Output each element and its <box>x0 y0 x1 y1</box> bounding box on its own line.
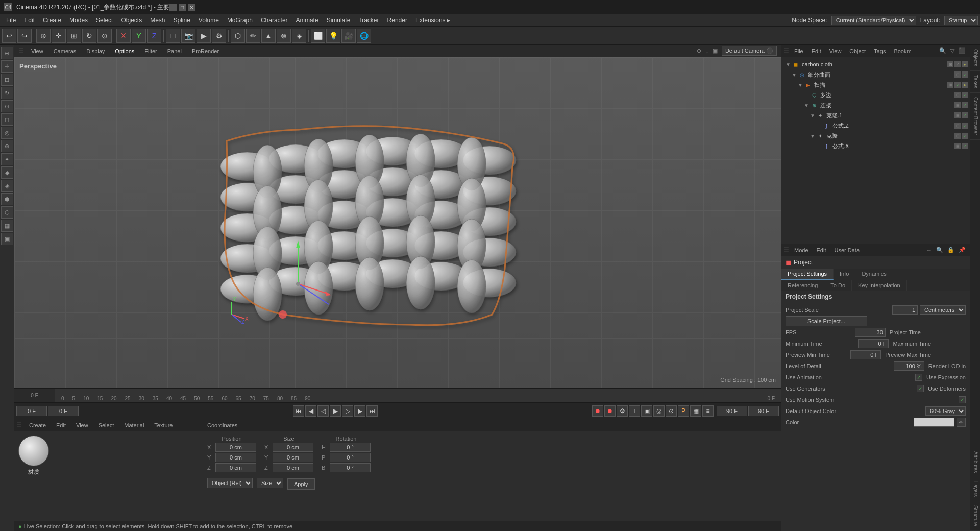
render-button[interactable]: ▶ <box>197 29 211 43</box>
preview-end-input[interactable] <box>748 406 779 416</box>
select-button[interactable]: ⊕ <box>36 29 51 43</box>
axis-x-button[interactable]: X <box>116 29 131 43</box>
size-mode-select[interactable]: Size <box>257 478 283 488</box>
obj-flag2[interactable]: ✓ <box>962 123 968 129</box>
start-frame-input[interactable] <box>48 406 79 416</box>
scale-project-button[interactable]: Scale Project... <box>786 316 867 326</box>
menu-simulate[interactable]: Simulate <box>323 16 355 25</box>
p-rot-input[interactable] <box>330 453 371 462</box>
scene-button[interactable]: 🌐 <box>357 29 371 43</box>
material-create-menu[interactable]: Create <box>26 421 49 429</box>
obj-flag2[interactable]: ✓ <box>954 61 961 67</box>
obj-flag2[interactable]: ✓ <box>962 102 968 108</box>
menu-render[interactable]: Render <box>383 16 411 25</box>
menu-animate[interactable]: Animate <box>292 16 323 25</box>
h-rot-input[interactable] <box>330 443 371 452</box>
tab-dynamics[interactable]: Dynamics <box>855 269 893 280</box>
min-time-input[interactable] <box>858 339 889 348</box>
menu-mesh[interactable]: Mesh <box>146 16 169 25</box>
next-button[interactable]: ▷ <box>342 405 353 417</box>
tool-scale[interactable]: ⊞ <box>1 74 13 86</box>
obj-row-clone1[interactable]: ▼ ✦ 克隆.1 ⊞ ✓ <box>781 110 970 120</box>
motion-clip-button[interactable]: ▣ <box>641 405 652 417</box>
scale-button[interactable]: ⊞ <box>67 29 81 43</box>
tab-referencing[interactable]: Referencing <box>781 280 824 291</box>
viewport-filter-menu[interactable]: Filter <box>141 47 160 55</box>
next-frame-button[interactable]: ▶ <box>354 405 365 417</box>
attr-menu-icon[interactable]: ☰ <box>783 247 789 254</box>
vtab-content-browser[interactable]: Content Browser <box>970 93 980 139</box>
end-frame-input[interactable] <box>717 406 747 416</box>
y-pos-input[interactable] <box>215 453 256 462</box>
z-size-input[interactable] <box>273 463 313 472</box>
tool-move[interactable]: ✛ <box>1 60 13 73</box>
camera-button[interactable]: 📷 <box>181 29 195 43</box>
menu-volume[interactable]: Volume <box>194 16 223 25</box>
viewport-icon2[interactable]: ↓ <box>705 48 708 54</box>
material-menu-icon[interactable]: ☰ <box>16 422 22 429</box>
tool-8[interactable]: ⊗ <box>1 140 13 152</box>
prev-frame-button[interactable]: ◀ <box>305 405 316 417</box>
menu-extensions[interactable]: Extensions ▸ <box>411 16 454 25</box>
tab-info[interactable]: Info <box>834 269 855 280</box>
go-start-button[interactable]: ⏮ <box>293 405 304 417</box>
obj-flag1[interactable]: ⊞ <box>954 102 961 108</box>
z-pos-input[interactable] <box>215 463 256 472</box>
snap-button[interactable]: ⬡ <box>231 29 245 43</box>
floor-button[interactable]: ⬜ <box>311 29 325 43</box>
viewport-view-menu[interactable]: View <box>28 47 46 55</box>
vtab-objects[interactable]: Objects <box>970 45 980 71</box>
attr-back-icon[interactable]: ← <box>926 247 932 253</box>
x-size-input[interactable] <box>273 443 313 452</box>
camera2-button[interactable]: 🎥 <box>341 29 356 43</box>
timeline-ticks[interactable]: 0 5 10 15 20 25 30 35 40 45 50 55 60 65 … <box>55 389 781 402</box>
obj-flag1[interactable]: ⊞ <box>954 133 961 139</box>
obj-flag2[interactable]: ✓ <box>962 71 968 78</box>
obj-flag1[interactable]: ⊞ <box>954 123 961 129</box>
auto-key-button[interactable]: ⚙ <box>617 405 628 417</box>
viewport-panel-menu[interactable]: Panel <box>164 47 185 55</box>
viewport-icon3[interactable]: ▣ <box>713 47 718 54</box>
menu-select[interactable]: Select <box>92 16 117 25</box>
menu-tracker[interactable]: Tracker <box>354 16 383 25</box>
record-button[interactable]: ⏺ <box>592 405 603 417</box>
menu-mograph[interactable]: MoGraph <box>223 16 257 25</box>
vtab-structure[interactable]: Structure <box>970 501 980 531</box>
obj-row-subdiv[interactable]: ▼ ◎ 细分曲面 ⊞ ✓ <box>781 69 970 80</box>
obj-row-poly[interactable]: ⬡ 多边 ⊞ ✓ <box>781 90 970 100</box>
attr-mode-menu[interactable]: Mode <box>791 246 812 254</box>
prev-button[interactable]: ◁ <box>317 405 329 417</box>
tool-7[interactable]: ◎ <box>1 127 13 139</box>
minimize-button[interactable]: — <box>169 4 177 11</box>
obj-sort-icon[interactable]: ⬛ <box>959 47 966 54</box>
tool-rotate[interactable]: ↻ <box>1 87 13 99</box>
tool-live-select[interactable]: ⊕ <box>1 47 13 59</box>
current-frame-input[interactable] <box>16 406 47 416</box>
tool-6[interactable]: ◻ <box>1 113 13 126</box>
motion4-button[interactable]: P <box>678 405 689 417</box>
viewport-display-menu[interactable]: Display <box>83 47 108 55</box>
color-picker-button[interactable]: ✏ <box>957 418 966 427</box>
viewport-menu-icon[interactable]: ☰ <box>18 47 24 55</box>
paint-button[interactable]: ✏ <box>246 29 260 43</box>
obj-menu-icon[interactable]: ☰ <box>783 47 789 55</box>
viewport-cameras-menu[interactable]: Cameras <box>51 47 80 55</box>
tool-12[interactable]: ⬢ <box>1 193 13 205</box>
obj-bookm-menu[interactable]: Bookm <box>891 47 914 55</box>
use-motion-checkbox[interactable]: ✓ <box>959 396 966 403</box>
tab-project-settings[interactable]: Project Settings <box>781 269 834 280</box>
motion2-button[interactable]: ◎ <box>653 405 665 417</box>
apply-button[interactable]: Apply <box>287 478 315 490</box>
keyframe-button[interactable]: + <box>629 405 640 417</box>
obj-row-formula-z[interactable]: ∫ 公式.Z ⊞ ✓ <box>781 120 970 131</box>
move-button[interactable]: ✛ <box>52 29 66 43</box>
node-space-select[interactable]: Current (Standard/Physical) <box>831 16 916 25</box>
rotate-button[interactable]: ↻ <box>82 29 96 43</box>
object-mode[interactable]: □ <box>166 29 180 43</box>
axis-z-button[interactable]: Z <box>147 29 161 43</box>
tool-11[interactable]: ◈ <box>1 180 13 192</box>
attr-userdata-menu[interactable]: User Data <box>831 246 863 254</box>
menu-character[interactable]: Character <box>257 16 292 25</box>
project-scale-unit-select[interactable]: Centimeters Meters <box>920 305 966 315</box>
close-button[interactable]: ✕ <box>188 4 195 11</box>
